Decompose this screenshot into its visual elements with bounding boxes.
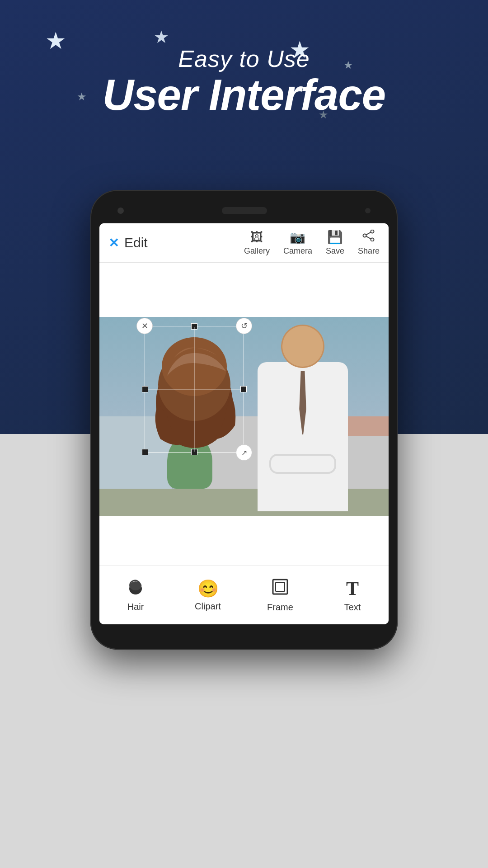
hair-delete-button[interactable]: ✕ (136, 318, 153, 334)
nav-item-clipart[interactable]: 😊 Clipart (172, 566, 244, 624)
toolbar-actions: 🖼 Gallery 📷 Camera 💾 Save (244, 230, 380, 256)
content-bottom-strip (99, 516, 389, 566)
frame-nav-icon (272, 578, 289, 599)
speaker-grille (222, 207, 267, 214)
clipart-nav-label: Clipart (195, 601, 221, 612)
phone-top-bar (99, 200, 389, 222)
svg-line-3 (366, 232, 371, 235)
share-icon (362, 230, 375, 245)
phone-screen: ✕ Edit 🖼 Gallery 📷 Camera 💾 Save (99, 223, 389, 624)
gallery-label: Gallery (244, 246, 270, 256)
text-nav-icon: T (346, 578, 359, 599)
hair-rotate-button[interactable]: ↺ (236, 318, 252, 334)
gallery-button[interactable]: 🖼 Gallery (244, 230, 270, 256)
svg-rect-11 (276, 582, 285, 591)
frame-nav-label: Frame (267, 602, 293, 613)
camera-dot (117, 208, 124, 214)
phone-mockup: ✕ Edit 🖼 Gallery 📷 Camera 💾 Save (90, 190, 398, 650)
hair-scale-button[interactable]: ↗ (236, 444, 252, 461)
handle-mid-left[interactable] (142, 386, 148, 392)
transform-box (145, 326, 244, 453)
bottom-nav: Hair 😊 Clipart Frame T (99, 566, 389, 624)
nav-item-text[interactable]: T Text (316, 566, 389, 624)
phone-bottom-bar (99, 624, 389, 637)
photo-area[interactable]: ✕ ↺ ↗ (99, 317, 389, 516)
sensor-dot (365, 208, 371, 213)
man-head (282, 326, 323, 367)
star-icon: ★ (154, 27, 169, 47)
handle-bottom-left[interactable] (142, 449, 148, 455)
nav-item-hair[interactable]: Hair (99, 566, 172, 624)
handle-mid-right[interactable] (240, 386, 247, 392)
save-icon: 💾 (327, 230, 343, 245)
hair-nav-icon (127, 579, 145, 599)
camera-icon: 📷 (290, 230, 305, 245)
clipart-nav-icon: 😊 (197, 579, 219, 599)
handle-bottom-center[interactable] (191, 449, 197, 455)
svg-point-2 (363, 234, 366, 237)
camera-button[interactable]: 📷 Camera (283, 230, 312, 256)
tagline-main: User Interface (0, 72, 488, 118)
tagline-sub: Easy to Use (0, 45, 488, 72)
save-label: Save (326, 246, 344, 256)
svg-line-4 (366, 236, 371, 239)
svg-rect-10 (273, 580, 287, 594)
handle-top-center[interactable] (191, 323, 197, 330)
toolbar-title: Edit (124, 235, 148, 250)
app-toolbar: ✕ Edit 🖼 Gallery 📷 Camera 💾 Save (99, 223, 389, 263)
hair-overlay[interactable]: ✕ ↺ ↗ (145, 326, 244, 453)
svg-point-1 (371, 238, 374, 241)
content-top-strip (99, 263, 389, 317)
camera-label: Camera (283, 246, 312, 256)
svg-point-0 (371, 230, 374, 233)
nav-item-frame[interactable]: Frame (244, 566, 316, 624)
man-body (258, 362, 348, 511)
close-button[interactable]: ✕ (108, 236, 119, 250)
man-figure (244, 326, 361, 516)
save-button[interactable]: 💾 Save (326, 230, 344, 256)
phone-body: ✕ Edit 🖼 Gallery 📷 Camera 💾 Save (90, 190, 398, 650)
share-label: Share (358, 246, 380, 256)
text-nav-label: Text (344, 602, 361, 613)
share-button[interactable]: Share (358, 230, 380, 256)
tagline-wrapper: Easy to Use User Interface (0, 45, 488, 118)
man-arms (262, 453, 343, 475)
toolbar-close-group: ✕ Edit (108, 235, 148, 250)
hair-nav-label: Hair (127, 602, 144, 612)
gallery-icon: 🖼 (250, 230, 263, 245)
